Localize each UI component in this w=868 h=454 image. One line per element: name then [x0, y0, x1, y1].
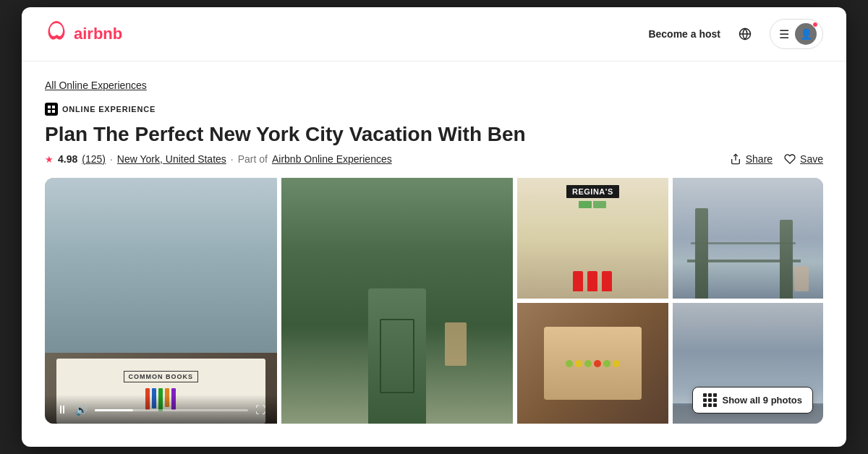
globe-button[interactable]: [732, 21, 758, 47]
progress-bar[interactable]: [95, 409, 248, 411]
notification-dot: [812, 22, 818, 27]
logo-text: airbnb: [74, 25, 122, 43]
hamburger-icon: ☰: [779, 27, 789, 41]
main-content: All Online Experiences ONLINE EXPERIENCE…: [22, 61, 846, 447]
show-all-photos-button[interactable]: Show all 9 photos: [692, 387, 813, 414]
nav-right: Become a host ☰ 👤: [648, 19, 823, 49]
airbnb-logo-icon: [45, 20, 68, 48]
experience-badge: ONLINE EXPERIENCE: [45, 103, 823, 116]
svg-rect-2: [48, 106, 51, 108]
volume-button[interactable]: 🔊: [75, 404, 88, 416]
separator-dot-2: ·: [231, 153, 234, 165]
online-experience-icon: [47, 105, 56, 113]
badge-label: ONLINE EXPERIENCE: [62, 105, 156, 113]
svg-rect-4: [48, 110, 51, 113]
bookshelf-sign: COMMON BOOKS: [124, 371, 199, 382]
navbar: airbnb Become a host ☰ 👤: [22, 7, 846, 61]
star-icon: ★: [45, 154, 54, 165]
become-host-link[interactable]: Become a host: [648, 28, 720, 40]
photo-reginas[interactable]: REGINA'S: [517, 178, 668, 299]
share-icon: [730, 153, 741, 165]
photo-main[interactable]: COMMON BOOKS ⏸: [45, 178, 277, 424]
airbnb-logo[interactable]: airbnb: [45, 20, 122, 48]
globe-icon: [739, 27, 752, 40]
review-count[interactable]: (125): [82, 153, 106, 165]
show-all-label: Show all 9 photos: [722, 395, 802, 406]
rating: 4.98: [58, 153, 77, 165]
grid-icon: [703, 393, 717, 407]
avatar: 👤: [795, 23, 817, 45]
page-title: Plan The Perfect New York City Vacation …: [45, 123, 823, 146]
save-button[interactable]: Save: [784, 153, 823, 165]
svg-rect-3: [52, 106, 55, 108]
heart-icon: [784, 153, 796, 165]
badge-icon: [45, 103, 58, 116]
separator-dot-1: ·: [110, 153, 113, 165]
meta-right: Share Save: [730, 153, 823, 165]
svg-rect-5: [52, 110, 55, 113]
breadcrumb[interactable]: All Online Experiences: [45, 80, 147, 91]
expand-button[interactable]: ⛶: [255, 404, 265, 416]
browser-window: airbnb Become a host ☰ 👤 All Onli: [22, 7, 846, 447]
photo-grid: COMMON BOOKS ⏸: [45, 178, 823, 424]
progress-fill: [95, 409, 133, 411]
location-link[interactable]: New York, United States: [117, 153, 226, 165]
meta-row: ★ 4.98 (125) · New York, United States ·…: [45, 153, 823, 165]
experience-link[interactable]: Airbnb Online Experiences: [272, 153, 392, 165]
part-of-text: Part of: [238, 153, 268, 165]
photo-fruit[interactable]: [517, 303, 668, 424]
share-button[interactable]: Share: [730, 153, 773, 165]
pause-button[interactable]: ⏸: [56, 403, 68, 416]
video-controls: ⏸ 🔊 ⛶: [45, 395, 277, 424]
photo-second[interactable]: [281, 178, 514, 424]
meta-left: ★ 4.98 (125) · New York, United States ·…: [45, 153, 392, 165]
photo-bridge[interactable]: [673, 178, 823, 299]
user-menu[interactable]: ☰ 👤: [770, 19, 823, 49]
